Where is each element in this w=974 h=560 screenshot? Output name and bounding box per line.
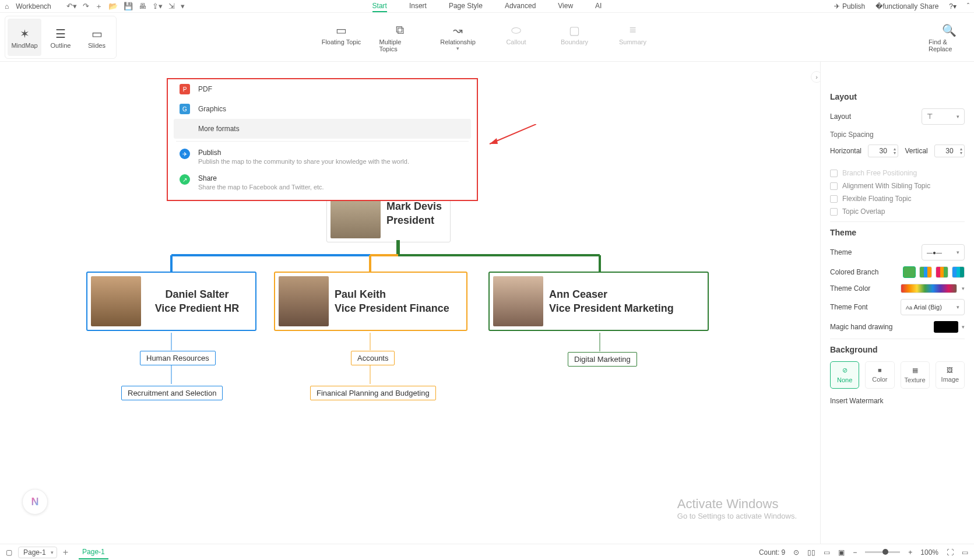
alignment-sibling-checkbox[interactable]: Alignment With Sibling Topic <box>830 182 965 190</box>
fit-view-icon[interactable]: ▣ <box>838 548 845 557</box>
present-icon[interactable]: ▭ <box>962 548 968 557</box>
menu-tab-ai[interactable]: AI <box>595 1 602 12</box>
export-more-formats-item[interactable]: More formats <box>174 119 471 139</box>
page-select[interactable]: Page-1 <box>18 547 57 558</box>
org-node-vp-hr[interactable]: Daniel Salter Vice Predient HR <box>86 272 256 331</box>
bg-image-button[interactable]: 🖼Image <box>936 361 965 389</box>
theme-preset-select[interactable]: —●—▾ <box>922 244 965 260</box>
layout-heading: Layout <box>830 92 965 101</box>
org-node-human-resources[interactable]: Human Resources <box>140 351 216 365</box>
pdf-icon: P <box>180 84 190 94</box>
colored-branch-swatches[interactable] <box>903 266 965 278</box>
menu-tab-insert[interactable]: Insert <box>409 1 427 12</box>
canvas[interactable]: P PDF G Graphics More formats ✈ Publish … <box>0 62 820 544</box>
chevron-down-icon: ▾ <box>957 114 959 119</box>
multiple-topics-icon: ⧉ <box>396 22 404 38</box>
layout-type-select[interactable]: ⊤▾ <box>922 108 965 125</box>
page-tab[interactable]: Page-1 <box>79 545 108 559</box>
swatch-3[interactable] <box>936 266 948 278</box>
page-view-icon[interactable]: ▭ <box>824 548 830 557</box>
save-icon[interactable]: 💾 <box>124 2 133 10</box>
zoom-value[interactable]: 100% <box>920 548 938 557</box>
blank-icon <box>180 124 190 134</box>
texture-icon: ▦ <box>912 367 918 374</box>
org-node-vp-marketing[interactable]: Ann Ceaser Vice President Marketing <box>488 272 709 331</box>
theme-preview-icon: —●— <box>927 249 942 256</box>
focus-icon[interactable]: ⊙ <box>793 548 799 557</box>
swatch-2[interactable] <box>919 266 932 278</box>
share-button[interactable]: �functionallyShare <box>875 2 938 10</box>
flexible-floating-checkbox[interactable]: Flexible Floating Topic <box>830 195 965 203</box>
topic-overlap-checkbox[interactable]: Topic Overlap <box>830 207 965 216</box>
bg-texture-button[interactable]: ▦Texture <box>901 361 930 389</box>
undo-icon[interactable]: ↶▾ <box>66 2 77 10</box>
horizontal-spacing-input[interactable]: 30▴▾ <box>868 145 898 157</box>
ai-assistant-button[interactable]: N <box>22 489 48 515</box>
redo-icon[interactable]: ↷ <box>83 2 89 10</box>
menu-tab-advanced[interactable]: Advanced <box>505 1 536 12</box>
home-icon[interactable]: ⌂ <box>5 2 9 10</box>
status-bar-right: Count: 9 ⊙ ▯▯ ▭ ▣ − + 100% ⛶ ▭ <box>759 548 968 557</box>
menu-tab-start[interactable]: Start <box>372 1 387 12</box>
menu-tab-page-style[interactable]: Page Style <box>449 1 483 12</box>
view-outline-button[interactable]: ☰Outline <box>44 19 78 56</box>
view-slides-button[interactable]: ▭Slides <box>80 19 114 56</box>
menu-tab-view[interactable]: View <box>558 1 573 12</box>
stepper-icon[interactable]: ▴▾ <box>960 147 962 155</box>
collapse-ribbon-icon[interactable]: ˆ <box>967 2 969 10</box>
chevron-down-icon: ▾ <box>957 249 959 255</box>
vertical-spacing-input[interactable]: 30▴▾ <box>934 145 965 157</box>
svg-marker-1 <box>490 138 498 144</box>
import-icon[interactable]: ⇲ <box>168 2 175 10</box>
org-node-digital-marketing[interactable]: Digital Marketing <box>568 352 637 367</box>
export-graphics-item[interactable]: G Graphics <box>168 99 477 119</box>
publish-button[interactable]: ✈Publish <box>834 2 865 10</box>
pages-panel-icon[interactable]: ▢ <box>6 548 12 557</box>
zoom-out-button[interactable]: − <box>853 548 857 557</box>
more-qat-icon[interactable]: ▾ <box>181 2 185 10</box>
floating-topic-button[interactable]: ▭Floating Topic <box>321 22 362 45</box>
open-icon[interactable]: 📂 <box>108 2 118 10</box>
title-bar: ⌂ Workbench ↶▾ ↷ ＋ 📂 💾 🖶 ⇪▾ ⇲ ▾ Start In… <box>0 0 974 13</box>
background-heading: Background <box>830 345 965 354</box>
chevron-down-icon[interactable]: ▾ <box>962 286 965 291</box>
swatch-4[interactable] <box>952 266 965 278</box>
help-icon[interactable]: ?▾ <box>949 2 957 10</box>
new-icon[interactable]: ＋ <box>95 1 103 12</box>
layout-view-icon[interactable]: ▯▯ <box>807 548 815 557</box>
magic-hand-color[interactable] <box>934 321 958 333</box>
node-name: Mark Devis <box>386 199 442 213</box>
theme-font-select[interactable]: Aa Arial (Big) ▾ <box>901 299 965 315</box>
stepper-icon[interactable]: ▴▾ <box>894 147 896 155</box>
theme-color-strip[interactable] <box>901 284 957 293</box>
chevron-down-icon[interactable]: ▾ <box>962 324 965 330</box>
insert-watermark-link[interactable]: Insert Watermark <box>830 397 965 405</box>
fullscreen-icon[interactable]: ⛶ <box>947 548 954 557</box>
bg-color-button[interactable]: ■Color <box>865 361 894 389</box>
zoom-slider[interactable] <box>865 551 900 553</box>
add-page-button[interactable]: + <box>63 547 68 558</box>
org-node-accounts[interactable]: Accounts <box>351 351 395 365</box>
color-icon: ■ <box>878 367 882 374</box>
export-icon[interactable]: ⇪▾ <box>152 2 163 10</box>
org-node-vp-finance[interactable]: Paul Keith Vice President Finance <box>274 272 467 331</box>
bg-none-button[interactable]: ⊘None <box>830 361 859 389</box>
export-publish-item[interactable]: ✈ Publish Publish the map to the communi… <box>168 144 477 170</box>
swatch-1[interactable] <box>903 266 916 278</box>
branch-free-positioning-checkbox[interactable]: Branch Free Positioning <box>830 169 965 177</box>
org-node-financial-planning[interactable]: Finanical Planning and Budgeting <box>310 386 436 400</box>
share-icon: �functionally <box>875 2 917 10</box>
node-name: Ann Ceaser <box>549 287 674 301</box>
workbench-label[interactable]: Workbench <box>16 2 51 10</box>
org-node-recruitment[interactable]: Recruitment and Selection <box>121 386 223 400</box>
publish-subtitle: Publish the map to the community to shar… <box>198 158 409 165</box>
multiple-topics-button[interactable]: ⧉Multiple Topics <box>379 22 420 52</box>
find-replace-button[interactable]: 🔍Find & Replace <box>929 22 969 52</box>
zoom-in-button[interactable]: + <box>908 548 912 557</box>
vertical-label: Vertical <box>905 147 927 155</box>
print-icon[interactable]: 🖶 <box>139 2 146 10</box>
relationship-button[interactable]: ↝Relationship▾ <box>438 22 479 51</box>
view-mindmap-button[interactable]: ✶MindMap <box>8 19 41 56</box>
export-share-item[interactable]: ↗ Share Share the map to Facebook and Tw… <box>168 170 477 195</box>
export-pdf-item[interactable]: P PDF <box>168 79 477 99</box>
